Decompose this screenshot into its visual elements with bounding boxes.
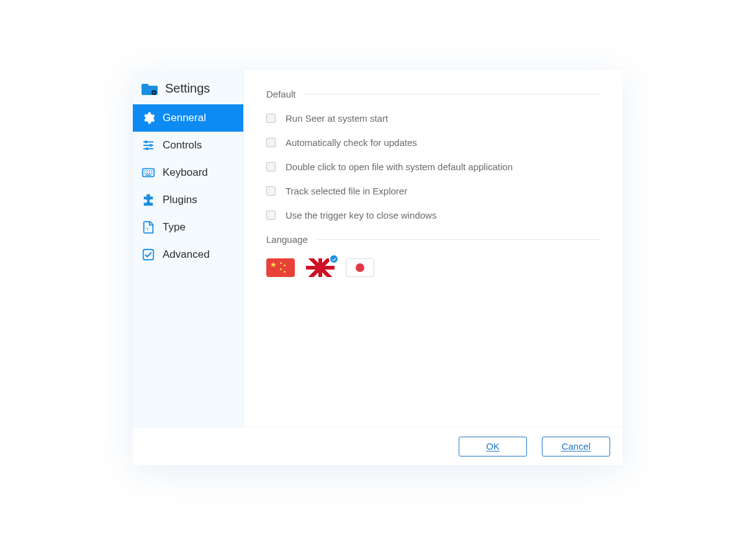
sidebar-item-label: Advanced — [163, 248, 210, 261]
svg-point-1 — [153, 91, 155, 93]
cancel-button[interactable]: Cancel — [542, 437, 610, 456]
sidebar-item-plugins[interactable]: Plugins — [133, 186, 243, 214]
section-default-header: Default — [266, 89, 600, 99]
option-trigger-key-close[interactable]: Use the trigger key to close windows — [266, 210, 600, 220]
option-double-click-open[interactable]: Double click to open file with system de… — [266, 161, 600, 172]
sidebar: Settings Genneral — [133, 70, 244, 427]
checkbox[interactable] — [266, 211, 276, 220]
svg-point-5 — [145, 140, 147, 143]
svg-rect-15 — [149, 173, 150, 174]
option-label: Track selected file in Explorer — [286, 186, 407, 196]
svg-rect-14 — [146, 173, 148, 174]
option-label: Double click to open file with system de… — [286, 161, 513, 172]
checkbox[interactable] — [266, 138, 276, 147]
gear-icon — [142, 111, 155, 125]
option-label: Run Seer at system start — [286, 113, 388, 124]
option-label: Use the trigger key to close windows — [286, 210, 436, 220]
language-japanese[interactable] — [346, 258, 374, 277]
language-english[interactable] — [306, 258, 335, 277]
svg-rect-13 — [145, 173, 146, 174]
svg-rect-12 — [151, 170, 153, 171]
svg-rect-16 — [151, 173, 153, 174]
svg-point-7 — [146, 147, 148, 150]
language-options — [266, 258, 600, 277]
svg-rect-10 — [146, 170, 148, 171]
plugin-icon — [142, 193, 155, 207]
svg-text:T: T — [146, 227, 149, 232]
sidebar-item-general[interactable]: Genneral — [133, 104, 243, 132]
section-language-title: Language — [266, 234, 308, 245]
divider — [305, 94, 600, 94]
sidebar-item-label: Genneral — [163, 112, 206, 124]
svg-point-6 — [149, 144, 151, 147]
option-check-updates[interactable]: Automatically check for updates — [266, 137, 600, 148]
sidebar-item-advanced[interactable]: Advanced — [133, 241, 243, 268]
dialog-footer: OK Cancel — [133, 427, 623, 465]
section-default-title: Default — [266, 89, 296, 99]
sidebar-item-label: Controls — [163, 139, 202, 152]
sidebar-item-label: Keyboard — [163, 166, 208, 179]
settings-dialog: Settings Genneral — [133, 70, 623, 465]
sidebar-item-controls[interactable]: Controls — [133, 132, 243, 159]
checkbox[interactable] — [266, 186, 276, 196]
option-run-at-start[interactable]: Run Seer at system start — [266, 113, 600, 124]
settings-title-row: Settings — [133, 70, 243, 104]
app-folder-icon — [142, 82, 158, 96]
advanced-icon — [142, 248, 155, 261]
ok-button[interactable]: OK — [459, 437, 527, 456]
divider — [317, 239, 600, 240]
svg-rect-11 — [149, 170, 150, 171]
sliders-icon — [142, 138, 155, 152]
option-label: Automatically check for updates — [286, 137, 417, 148]
option-track-in-explorer[interactable]: Track selected file in Explorer — [266, 186, 600, 196]
checkbox[interactable] — [266, 162, 276, 171]
file-type-icon: T — [142, 220, 155, 234]
language-chinese[interactable] — [266, 258, 295, 277]
checkbox[interactable] — [266, 114, 276, 123]
svg-rect-9 — [145, 170, 146, 171]
keyboard-icon — [142, 166, 155, 179]
sidebar-item-label: Type — [163, 221, 186, 234]
sidebar-item-type[interactable]: T Type — [133, 214, 243, 241]
selected-check-icon — [329, 254, 339, 264]
sidebar-item-keyboard[interactable]: Keyboard — [133, 159, 243, 186]
settings-title: Settings — [165, 81, 210, 96]
section-language-header: Language — [266, 234, 600, 245]
sidebar-item-label: Plugins — [163, 194, 197, 206]
svg-rect-17 — [145, 175, 151, 176]
content-pane: Default Run Seer at system start Automat… — [244, 70, 623, 427]
